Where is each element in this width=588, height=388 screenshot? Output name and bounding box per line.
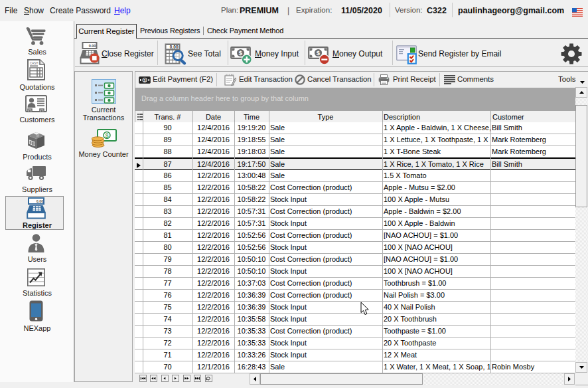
svg-text:$: $ bbox=[317, 49, 321, 56]
svg-text:0,00: 0,00 bbox=[170, 45, 179, 50]
svg-text:0.00: 0.00 bbox=[89, 44, 96, 48]
svg-text:$: $ bbox=[239, 49, 243, 56]
svg-text:$: $ bbox=[105, 132, 108, 139]
svg-text:CASH: CASH bbox=[30, 62, 38, 65]
svg-text:0.00: 0.00 bbox=[37, 199, 44, 203]
